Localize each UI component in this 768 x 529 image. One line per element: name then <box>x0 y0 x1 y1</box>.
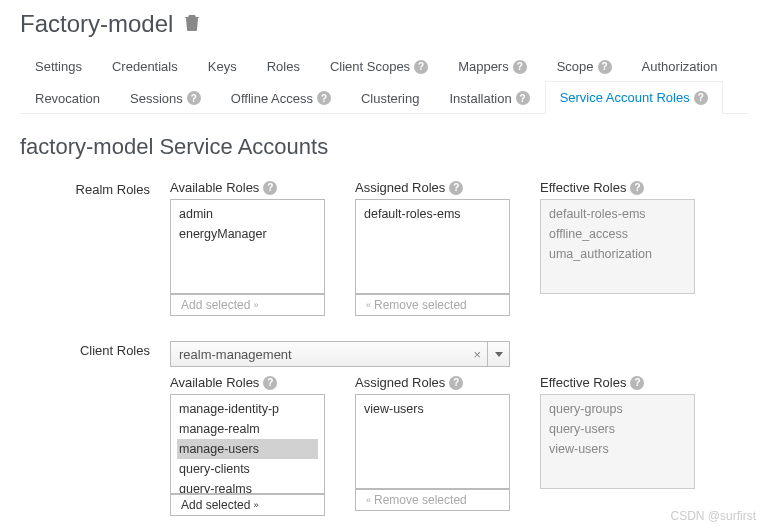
client-roles-label: Client Roles <box>20 341 170 516</box>
tab-roles[interactable]: Roles <box>252 50 315 82</box>
tab-sessions[interactable]: Sessions? <box>115 81 216 114</box>
role-item[interactable]: default-roles-ems <box>362 204 503 224</box>
help-icon[interactable]: ? <box>449 181 463 195</box>
realm-available-list[interactable]: adminenergyManager <box>170 199 325 294</box>
role-item[interactable]: view-users <box>362 399 503 419</box>
tab-settings[interactable]: Settings <box>20 50 97 82</box>
tab-clustering[interactable]: Clustering <box>346 81 435 114</box>
help-icon[interactable]: ? <box>263 181 277 195</box>
clear-icon[interactable]: × <box>467 347 487 362</box>
role-item: offline_access <box>547 224 688 244</box>
available-roles-header: Available Roles ? <box>170 180 325 195</box>
help-icon[interactable]: ? <box>598 60 612 74</box>
page-title: Factory-model <box>20 10 173 38</box>
remove-selected-button[interactable]: « Remove selected <box>355 294 510 316</box>
client-effective-header: Effective Roles ? <box>540 375 695 390</box>
role-item: query-users <box>547 419 688 439</box>
tab-authorization[interactable]: Authorization <box>627 50 733 82</box>
role-item[interactable]: admin <box>177 204 318 224</box>
realm-effective-list: default-roles-emsoffline_accessuma_autho… <box>540 199 695 294</box>
dropdown-toggle[interactable] <box>488 341 510 367</box>
client-available-list[interactable]: manage-identity-pmanage-realmmanage-user… <box>170 394 325 494</box>
delete-icon[interactable] <box>185 15 199 34</box>
tab-offline-access[interactable]: Offline Access? <box>216 81 346 114</box>
role-item[interactable]: energyManager <box>177 224 318 244</box>
help-icon[interactable]: ? <box>449 376 463 390</box>
role-item: uma_authorization <box>547 244 688 264</box>
tab-scope[interactable]: Scope? <box>542 50 627 82</box>
help-icon[interactable]: ? <box>414 60 428 74</box>
help-icon[interactable]: ? <box>630 376 644 390</box>
realm-assigned-list[interactable]: default-roles-ems <box>355 199 510 294</box>
tabs-nav: SettingsCredentialsKeysRolesClient Scope… <box>20 50 748 114</box>
effective-roles-header: Effective Roles ? <box>540 180 695 195</box>
client-select[interactable]: realm-management × <box>170 341 488 367</box>
add-selected-button[interactable]: Add selected » <box>170 494 325 516</box>
tab-mappers[interactable]: Mappers? <box>443 50 542 82</box>
help-icon[interactable]: ? <box>516 91 530 105</box>
tab-keys[interactable]: Keys <box>193 50 252 82</box>
section-title: factory-model Service Accounts <box>20 134 748 160</box>
client-assigned-header: Assigned Roles ? <box>355 375 510 390</box>
help-icon[interactable]: ? <box>317 91 331 105</box>
add-selected-button[interactable]: Add selected » <box>170 294 325 316</box>
tab-client-scopes[interactable]: Client Scopes? <box>315 50 443 82</box>
tab-installation[interactable]: Installation? <box>434 81 544 114</box>
role-item[interactable]: manage-users <box>177 439 318 459</box>
help-icon[interactable]: ? <box>513 60 527 74</box>
help-icon[interactable]: ? <box>187 91 201 105</box>
client-select-value: realm-management <box>171 347 467 362</box>
tab-service-account-roles[interactable]: Service Account Roles? <box>545 81 723 114</box>
assigned-roles-header: Assigned Roles ? <box>355 180 510 195</box>
chevron-down-icon <box>495 352 503 357</box>
client-available-header: Available Roles ? <box>170 375 325 390</box>
role-item: view-users <box>547 439 688 459</box>
help-icon[interactable]: ? <box>694 91 708 105</box>
remove-selected-button[interactable]: « Remove selected <box>355 489 510 511</box>
role-item[interactable]: manage-identity-p <box>177 399 318 419</box>
role-item[interactable]: manage-realm <box>177 419 318 439</box>
client-assigned-list[interactable]: view-users <box>355 394 510 489</box>
tab-revocation[interactable]: Revocation <box>20 81 115 114</box>
help-icon[interactable]: ? <box>263 376 277 390</box>
role-item[interactable]: query-clients <box>177 459 318 479</box>
role-item[interactable]: query-realms <box>177 479 318 494</box>
role-item: default-roles-ems <box>547 204 688 224</box>
help-icon[interactable]: ? <box>630 181 644 195</box>
realm-roles-label: Realm Roles <box>20 180 170 316</box>
client-effective-list: query-groupsquery-usersview-users <box>540 394 695 489</box>
watermark: CSDN @surfirst <box>670 509 756 523</box>
tab-credentials[interactable]: Credentials <box>97 50 193 82</box>
role-item: query-groups <box>547 399 688 419</box>
